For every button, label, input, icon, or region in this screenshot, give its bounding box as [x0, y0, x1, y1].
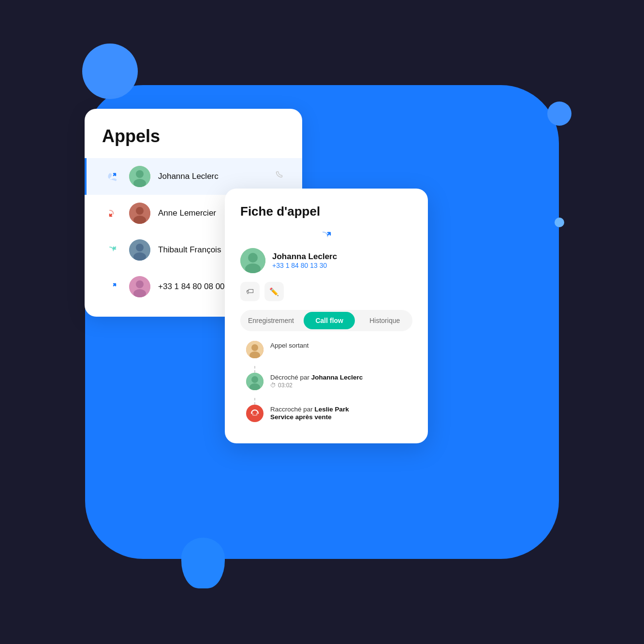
svg-point-7 — [136, 244, 144, 251]
timeline-main-answered: Décroché par Johanna Leclerc — [270, 374, 412, 381]
fiche-card: Fiche d'appel Johanna Leclerc +33 1 84 8… — [225, 189, 428, 443]
tab-historique[interactable]: Historique — [359, 312, 410, 329]
tab-enregistrement[interactable]: Enregistrement — [242, 312, 300, 329]
svg-point-4 — [136, 207, 144, 215]
svg-point-19 — [251, 376, 258, 383]
timeline-avatar-hangup — [246, 405, 263, 422]
svg-point-13 — [248, 253, 258, 263]
fiche-title: Fiche d'appel — [240, 204, 412, 219]
edit-button[interactable]: ✏️ — [264, 282, 284, 301]
deco-drop-bottom — [181, 538, 225, 588]
timeline-avatar-outgoing — [246, 341, 263, 358]
fiche-avatar — [240, 248, 265, 273]
tab-callflow[interactable]: Call flow — [304, 312, 355, 329]
fiche-action-buttons: 🏷 ✏️ — [240, 282, 412, 301]
svg-point-10 — [136, 280, 144, 288]
appels-title: Appels — [85, 126, 302, 158]
timeline-content-hangup: Raccroché par Leslie Park Service après … — [270, 405, 412, 421]
timeline-content-outgoing: Appel sortant — [270, 341, 412, 349]
timeline-avatar-answered — [246, 373, 263, 390]
missed-call-icon — [104, 205, 121, 222]
phone-action-icon — [275, 171, 285, 183]
call-flow-timeline: Appel sortant Décroché par Johan — [240, 341, 412, 422]
svg-point-1 — [136, 170, 144, 178]
tab-bar: Enregistrement Call flow Historique — [240, 310, 412, 331]
fiche-contact-info: Johanna Leclerc +33 1 84 80 13 30 — [272, 252, 337, 269]
outgoing-call-icon-2 — [104, 278, 121, 295]
timeline-main-hangup: Raccroché par Leslie Park — [270, 406, 412, 413]
fiche-outgoing-icon — [240, 229, 412, 244]
timeline-line-1 — [254, 366, 255, 373]
contact-name-fiche: Johanna Leclerc — [272, 252, 337, 262]
avatar — [129, 276, 150, 297]
avatar — [129, 166, 150, 187]
contact-phone-fiche: +33 1 84 80 13 30 — [272, 262, 337, 269]
svg-point-16 — [251, 344, 258, 351]
timeline-item-outgoing: Appel sortant — [246, 341, 412, 358]
timeline-sub-answered: ⏱ 03:02 — [270, 382, 412, 389]
timeline-item-answered: Décroché par Johanna Leclerc ⏱ 03:02 — [246, 373, 412, 390]
timeline-service: Service après vente — [270, 413, 412, 421]
background-container: Appels Johanna Leclerc — [0, 0, 644, 644]
tag-button[interactable]: 🏷 — [240, 282, 260, 301]
incoming-call-icon — [104, 241, 121, 259]
outgoing-call-icon — [104, 168, 121, 185]
deco-circle-small — [555, 218, 564, 227]
avatar — [129, 203, 150, 224]
timeline-item-hangup: Raccroché par Leslie Park Service après … — [246, 405, 412, 422]
avatar — [129, 239, 150, 261]
timeline-main-text: Appel sortant — [270, 342, 412, 349]
timeline-line-2 — [254, 398, 255, 405]
deco-circle-topright — [547, 102, 571, 126]
deco-circle-topleft — [82, 44, 138, 99]
contact-name: Johanna Leclerc — [158, 172, 267, 181]
timeline-content-answered: Décroché par Johanna Leclerc ⏱ 03:02 — [270, 373, 412, 389]
fiche-contact-header: Johanna Leclerc +33 1 84 80 13 30 — [240, 248, 412, 273]
